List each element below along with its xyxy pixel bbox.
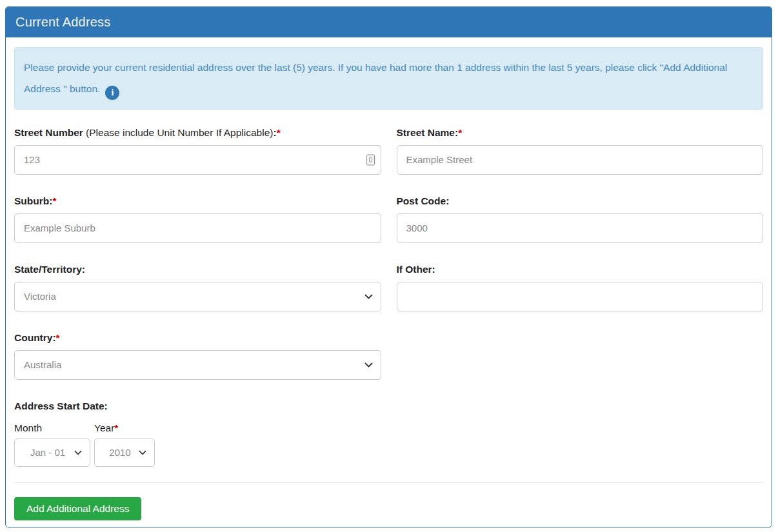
address-start-date-sublabels: Month Year* (14, 422, 763, 434)
suburb-label: Suburb:* (14, 195, 381, 207)
required-asterisk: * (458, 127, 462, 138)
required-asterisk: * (56, 332, 60, 343)
year-label: Year* (94, 422, 118, 434)
add-additional-address-button[interactable]: Add Additional Address (14, 497, 141, 520)
autofill-icon (366, 154, 375, 165)
field-street-number: Street Number (Please include Unit Numbe… (14, 126, 381, 175)
required-asterisk: * (277, 127, 281, 138)
field-suburb: Suburb:* (14, 195, 381, 243)
field-country: Country:* Australia (14, 331, 381, 380)
current-address-panel: Current Address Please provide your curr… (5, 6, 772, 527)
field-post-code: Post Code: (397, 195, 764, 243)
street-name-label: Street Name:* (397, 126, 764, 139)
if-other-label: If Other: (397, 263, 764, 275)
panel-title: Current Address (15, 15, 111, 30)
field-address-start-date: Address Start Date: Month Year* Jan - 01… (14, 400, 763, 467)
info-circle-icon[interactable]: i (105, 86, 119, 100)
year-select[interactable]: 2010 (94, 438, 155, 467)
post-code-label: Post Code: (397, 195, 764, 207)
panel-header: Current Address (6, 7, 772, 37)
if-other-input[interactable] (397, 282, 764, 311)
field-state-territory: State/Territory: Victoria (14, 263, 381, 311)
street-name-input[interactable] (397, 145, 764, 175)
required-asterisk: * (52, 195, 56, 206)
post-code-input[interactable] (397, 213, 764, 243)
divider (14, 482, 763, 483)
address-start-date-selects: Jan - 01 2010 (14, 438, 763, 467)
month-select[interactable]: Jan - 01 (14, 438, 90, 467)
street-number-input[interactable] (14, 145, 381, 175)
field-if-other: If Other: (397, 263, 764, 311)
address-start-date-label: Address Start Date: (14, 400, 763, 412)
country-label: Country:* (14, 331, 381, 344)
info-alert-text: Please provide your current residential … (24, 62, 727, 94)
info-alert: Please provide your current residential … (14, 47, 763, 110)
state-territory-label: State/Territory: (14, 263, 381, 275)
month-label: Month (14, 422, 90, 434)
panel-body: Please provide your current residential … (6, 37, 772, 520)
grid-spacer (397, 331, 764, 400)
street-number-label: Street Number (Please include Unit Numbe… (14, 126, 381, 139)
suburb-input[interactable] (14, 213, 381, 243)
field-street-name: Street Name:* (397, 126, 764, 175)
required-asterisk: * (114, 422, 118, 433)
country-select[interactable]: Australia (14, 350, 381, 380)
form-grid: Street Number (Please include Unit Numbe… (14, 126, 763, 400)
state-territory-select[interactable]: Victoria (14, 282, 381, 311)
